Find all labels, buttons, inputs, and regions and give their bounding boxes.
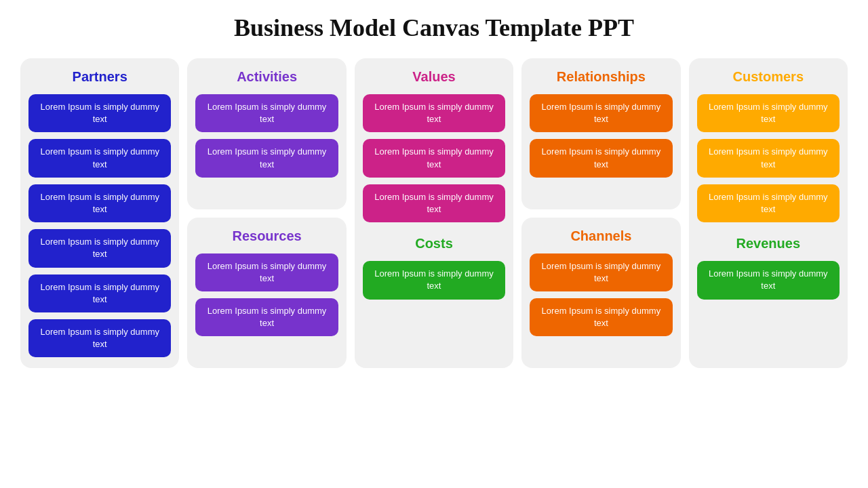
values-item-3: Lorem Ipsum is simply dummy text bbox=[363, 184, 505, 222]
channels-item-1: Lorem Ipsum is simply dummy text bbox=[530, 253, 672, 291]
partners-item-5: Lorem Ipsum is simply dummy text bbox=[28, 274, 171, 312]
channels-title: Channels bbox=[530, 228, 672, 244]
costs-title: Costs bbox=[363, 236, 505, 251]
customers-title: Customers bbox=[697, 69, 840, 85]
customers-item-3: Lorem Ipsum is simply dummy text bbox=[697, 184, 840, 222]
resources-item-1: Lorem Ipsum is simply dummy text bbox=[195, 253, 338, 291]
partners-item-3: Lorem Ipsum is simply dummy text bbox=[28, 184, 171, 222]
channels-item-2: Lorem Ipsum is simply dummy text bbox=[530, 298, 672, 336]
relationships-item-2: Lorem Ipsum is simply dummy text bbox=[530, 139, 672, 177]
relationships-card: Relationships Lorem Ipsum is simply dumm… bbox=[521, 58, 680, 209]
canvas-grid: Partners Lorem Ipsum is simply dummy tex… bbox=[20, 58, 848, 368]
partners-card: Partners Lorem Ipsum is simply dummy tex… bbox=[20, 58, 179, 368]
partners-item-6: Lorem Ipsum is simply dummy text bbox=[28, 319, 171, 357]
customers-item-2: Lorem Ipsum is simply dummy text bbox=[697, 139, 840, 177]
values-item-1: Lorem Ipsum is simply dummy text bbox=[363, 94, 505, 132]
partners-item-4: Lorem Ipsum is simply dummy text bbox=[28, 229, 171, 267]
customers-card: Customers Lorem Ipsum is simply dummy te… bbox=[689, 58, 848, 368]
resources-card: Resources Lorem Ipsum is simply dummy te… bbox=[187, 218, 346, 369]
resources-title: Resources bbox=[195, 228, 338, 244]
values-title: Values bbox=[363, 69, 505, 85]
resources-item-2: Lorem Ipsum is simply dummy text bbox=[195, 298, 338, 336]
activities-card: Activities Lorem Ipsum is simply dummy t… bbox=[187, 58, 346, 209]
revenues-title: Revenues bbox=[697, 236, 840, 251]
channels-card: Channels Lorem Ipsum is simply dummy tex… bbox=[521, 218, 680, 369]
relationships-title: Relationships bbox=[530, 69, 672, 85]
partners-item-2: Lorem Ipsum is simply dummy text bbox=[28, 139, 171, 177]
values-card: Values Lorem Ipsum is simply dummy text … bbox=[355, 58, 513, 368]
partners-title: Partners bbox=[28, 69, 171, 85]
page-title: Business Model Canvas Template PPT bbox=[234, 14, 634, 42]
activities-item-2: Lorem Ipsum is simply dummy text bbox=[195, 139, 338, 177]
costs-item-1: Lorem Ipsum is simply dummy text bbox=[363, 261, 505, 299]
partners-item-1: Lorem Ipsum is simply dummy text bbox=[28, 94, 171, 132]
activities-item-1: Lorem Ipsum is simply dummy text bbox=[195, 94, 338, 132]
values-item-2: Lorem Ipsum is simply dummy text bbox=[363, 139, 505, 177]
relationships-item-1: Lorem Ipsum is simply dummy text bbox=[530, 94, 672, 132]
activities-title: Activities bbox=[195, 69, 338, 85]
revenues-item-1: Lorem Ipsum is simply dummy text bbox=[697, 261, 840, 299]
customers-item-1: Lorem Ipsum is simply dummy text bbox=[697, 94, 840, 132]
